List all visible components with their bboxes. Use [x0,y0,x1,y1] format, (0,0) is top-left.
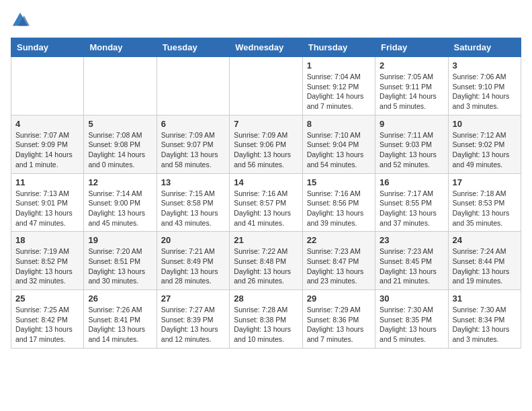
day-info: Sunrise: 7:14 AM Sunset: 9:00 PM Dayligh… [88,189,152,228]
day-info: Sunrise: 7:19 AM Sunset: 8:52 PM Dayligh… [15,246,79,286]
calendar-cell [230,57,302,116]
day-number: 2 [380,60,443,71]
calendar-week-4: 18Sunrise: 7:19 AM Sunset: 8:52 PM Dayli… [11,232,521,290]
calendar-cell: 1Sunrise: 7:04 AM Sunset: 9:12 PM Daylig… [302,57,375,116]
header-monday: Monday [84,38,157,57]
day-info: Sunrise: 7:23 AM Sunset: 8:45 PM Dayligh… [380,246,443,286]
calendar-header-row: SundayMondayTuesdayWednesdayThursdayFrid… [11,38,521,57]
day-number: 18 [15,235,79,245]
day-info: Sunrise: 7:25 AM Sunset: 8:42 PM Dayligh… [15,305,79,345]
day-info: Sunrise: 7:23 AM Sunset: 8:47 PM Dayligh… [307,246,371,286]
calendar-cell: 9Sunrise: 7:11 AM Sunset: 9:03 PM Daylig… [375,115,448,173]
header-friday: Friday [375,38,448,57]
calendar-cell: 20Sunrise: 7:21 AM Sunset: 8:49 PM Dayli… [157,232,229,290]
calendar-cell: 25Sunrise: 7:25 AM Sunset: 8:42 PM Dayli… [11,290,84,349]
calendar-cell: 8Sunrise: 7:10 AM Sunset: 9:04 PM Daylig… [302,115,375,173]
day-info: Sunrise: 7:22 AM Sunset: 8:48 PM Dayligh… [234,246,298,286]
calendar-cell: 12Sunrise: 7:14 AM Sunset: 9:00 PM Dayli… [84,173,157,232]
calendar-cell: 22Sunrise: 7:23 AM Sunset: 8:47 PM Dayli… [302,232,375,290]
day-number: 12 [88,177,152,187]
day-info: Sunrise: 7:21 AM Sunset: 8:49 PM Dayligh… [161,246,225,286]
day-info: Sunrise: 7:30 AM Sunset: 8:35 PM Dayligh… [380,305,443,345]
day-info: Sunrise: 7:09 AM Sunset: 9:07 PM Dayligh… [161,130,225,170]
day-number: 22 [307,235,371,245]
day-info: Sunrise: 7:08 AM Sunset: 9:08 PM Dayligh… [88,130,152,170]
day-number: 27 [161,293,225,304]
day-number: 17 [453,177,517,187]
day-number: 30 [380,293,443,304]
day-number: 1 [307,60,371,71]
day-number: 20 [161,235,225,245]
calendar-cell: 5Sunrise: 7:08 AM Sunset: 9:08 PM Daylig… [84,115,157,173]
day-info: Sunrise: 7:12 AM Sunset: 9:02 PM Dayligh… [453,130,517,170]
calendar-cell: 11Sunrise: 7:13 AM Sunset: 9:01 PM Dayli… [11,173,84,232]
day-number: 10 [453,119,517,129]
calendar-week-3: 11Sunrise: 7:13 AM Sunset: 9:01 PM Dayli… [11,173,521,232]
day-info: Sunrise: 7:29 AM Sunset: 8:36 PM Dayligh… [307,305,371,345]
day-info: Sunrise: 7:07 AM Sunset: 9:09 PM Dayligh… [15,130,79,170]
day-number: 6 [161,119,225,129]
calendar-cell: 28Sunrise: 7:28 AM Sunset: 8:38 PM Dayli… [230,290,302,349]
day-number: 26 [88,293,152,304]
calendar-cell: 2Sunrise: 7:05 AM Sunset: 9:11 PM Daylig… [375,57,448,116]
day-info: Sunrise: 7:27 AM Sunset: 8:39 PM Dayligh… [161,305,225,345]
calendar-week-5: 25Sunrise: 7:25 AM Sunset: 8:42 PM Dayli… [11,290,521,349]
day-number: 24 [453,235,517,245]
day-number: 7 [234,119,298,129]
day-number: 31 [453,293,517,304]
day-number: 9 [380,119,443,129]
calendar-cell: 23Sunrise: 7:23 AM Sunset: 8:45 PM Dayli… [375,232,448,290]
day-number: 15 [307,177,371,187]
day-info: Sunrise: 7:18 AM Sunset: 8:53 PM Dayligh… [453,189,517,228]
calendar-cell: 14Sunrise: 7:16 AM Sunset: 8:57 PM Dayli… [230,173,302,232]
calendar-cell: 30Sunrise: 7:30 AM Sunset: 8:35 PM Dayli… [375,290,448,349]
day-info: Sunrise: 7:13 AM Sunset: 9:01 PM Dayligh… [15,189,79,228]
day-number: 19 [88,235,152,245]
calendar-cell: 10Sunrise: 7:12 AM Sunset: 9:02 PM Dayli… [448,115,521,173]
calendar-cell: 4Sunrise: 7:07 AM Sunset: 9:09 PM Daylig… [11,115,84,173]
calendar-cell: 26Sunrise: 7:26 AM Sunset: 8:41 PM Dayli… [84,290,157,349]
header-tuesday: Tuesday [157,38,229,57]
day-number: 5 [88,119,152,129]
calendar-cell [11,57,84,116]
calendar-cell: 17Sunrise: 7:18 AM Sunset: 8:53 PM Dayli… [448,173,521,232]
calendar-cell: 21Sunrise: 7:22 AM Sunset: 8:48 PM Dayli… [230,232,302,290]
day-number: 16 [380,177,443,187]
day-info: Sunrise: 7:05 AM Sunset: 9:11 PM Dayligh… [380,72,443,111]
calendar-cell: 3Sunrise: 7:06 AM Sunset: 9:10 PM Daylig… [448,57,521,116]
day-info: Sunrise: 7:10 AM Sunset: 9:04 PM Dayligh… [307,130,371,170]
calendar-cell: 29Sunrise: 7:29 AM Sunset: 8:36 PM Dayli… [302,290,375,349]
day-info: Sunrise: 7:09 AM Sunset: 9:06 PM Dayligh… [234,130,298,170]
day-number: 3 [453,60,517,71]
calendar-cell: 13Sunrise: 7:15 AM Sunset: 8:58 PM Dayli… [157,173,229,232]
day-info: Sunrise: 7:16 AM Sunset: 8:57 PM Dayligh… [234,189,298,228]
calendar-table: SundayMondayTuesdayWednesdayThursdayFrid… [11,38,521,349]
calendar-cell: 24Sunrise: 7:24 AM Sunset: 8:44 PM Dayli… [448,232,521,290]
day-number: 8 [307,119,371,129]
calendar-cell: 31Sunrise: 7:30 AM Sunset: 8:34 PM Dayli… [448,290,521,349]
day-number: 4 [15,119,79,129]
day-number: 14 [234,177,298,187]
day-number: 13 [161,177,225,187]
calendar-cell: 16Sunrise: 7:17 AM Sunset: 8:55 PM Dayli… [375,173,448,232]
calendar-cell: 7Sunrise: 7:09 AM Sunset: 9:06 PM Daylig… [230,115,302,173]
day-number: 28 [234,293,298,304]
calendar-cell: 18Sunrise: 7:19 AM Sunset: 8:52 PM Dayli… [11,232,84,290]
header-wednesday: Wednesday [230,38,302,57]
day-number: 25 [15,293,79,304]
header-saturday: Saturday [448,38,521,57]
day-info: Sunrise: 7:16 AM Sunset: 8:56 PM Dayligh… [307,189,371,228]
calendar-cell: 19Sunrise: 7:20 AM Sunset: 8:51 PM Dayli… [84,232,157,290]
day-info: Sunrise: 7:17 AM Sunset: 8:55 PM Dayligh… [380,189,443,228]
logo [11,11,32,30]
day-info: Sunrise: 7:11 AM Sunset: 9:03 PM Dayligh… [380,130,443,170]
day-number: 23 [380,235,443,245]
header-thursday: Thursday [302,38,375,57]
calendar-cell [157,57,229,116]
day-info: Sunrise: 7:26 AM Sunset: 8:41 PM Dayligh… [88,305,152,345]
day-info: Sunrise: 7:24 AM Sunset: 8:44 PM Dayligh… [453,246,517,286]
calendar-cell: 27Sunrise: 7:27 AM Sunset: 8:39 PM Dayli… [157,290,229,349]
calendar-week-2: 4Sunrise: 7:07 AM Sunset: 9:09 PM Daylig… [11,115,521,173]
day-info: Sunrise: 7:04 AM Sunset: 9:12 PM Dayligh… [307,72,371,111]
day-info: Sunrise: 7:06 AM Sunset: 9:10 PM Dayligh… [453,72,517,111]
